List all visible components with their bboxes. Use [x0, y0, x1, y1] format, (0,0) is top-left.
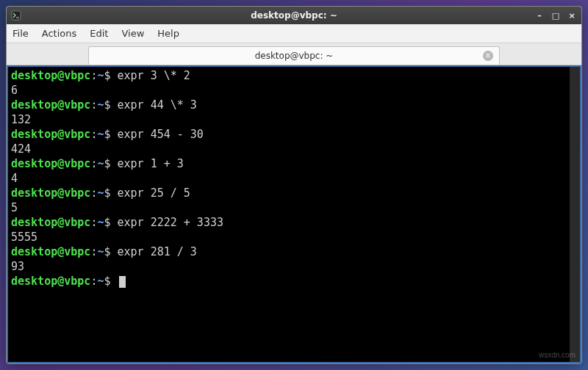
titlebar[interactable]: desktop@vbpc: ~ – □ ×: [7, 7, 581, 24]
tab-terminal[interactable]: desktop@vbpc: ~ ×: [88, 46, 500, 65]
watermark: wsxdn.com: [539, 351, 576, 359]
menubar: File Actions Edit View Help: [7, 24, 581, 43]
tab-close-icon[interactable]: ×: [483, 51, 493, 61]
terminal-output[interactable]: desktop@vbpc:~$ expr 3 \* 26desktop@vbpc…: [8, 67, 570, 362]
output-line: 5: [11, 200, 567, 215]
scrollbar[interactable]: [570, 67, 580, 362]
output-line: 93: [11, 259, 567, 274]
prompt-line: desktop@vbpc:~$ expr 1 + 3: [11, 156, 567, 171]
prompt-line: desktop@vbpc:~$ expr 25 / 5: [11, 186, 567, 200]
window-controls: – □ ×: [534, 10, 577, 21]
cursor: [119, 276, 126, 288]
menu-edit[interactable]: Edit: [90, 28, 108, 39]
output-line: 6: [11, 83, 567, 98]
output-line: 4: [11, 171, 567, 186]
close-button[interactable]: ×: [567, 10, 577, 21]
output-line: 132: [11, 112, 567, 127]
tab-label: desktop@vbpc: ~: [255, 51, 334, 61]
prompt-line: desktop@vbpc:~$ expr 44 \* 3: [11, 98, 567, 112]
tabbar: desktop@vbpc: ~ ×: [7, 43, 581, 65]
terminal-area: desktop@vbpc:~$ expr 3 \* 26desktop@vbpc…: [7, 65, 581, 363]
terminal-window: desktop@vbpc: ~ – □ × File Actions Edit …: [6, 6, 582, 364]
prompt-line: desktop@vbpc:~$: [11, 274, 567, 289]
prompt-line: desktop@vbpc:~$ expr 454 - 30: [11, 127, 567, 142]
menu-file[interactable]: File: [12, 28, 29, 39]
minimize-button[interactable]: –: [534, 10, 545, 21]
prompt-line: desktop@vbpc:~$ expr 3 \* 2: [11, 68, 567, 83]
menu-view[interactable]: View: [121, 28, 144, 39]
maximize-button[interactable]: □: [551, 10, 561, 21]
window-title: desktop@vbpc: ~: [6, 10, 582, 21]
output-line: 424: [11, 142, 567, 156]
menu-actions[interactable]: Actions: [42, 28, 77, 39]
prompt-line: desktop@vbpc:~$ expr 2222 + 3333: [11, 215, 567, 230]
menu-help[interactable]: Help: [157, 28, 179, 39]
prompt-line: desktop@vbpc:~$ expr 281 / 3: [11, 244, 567, 259]
output-line: 5555: [11, 230, 567, 244]
